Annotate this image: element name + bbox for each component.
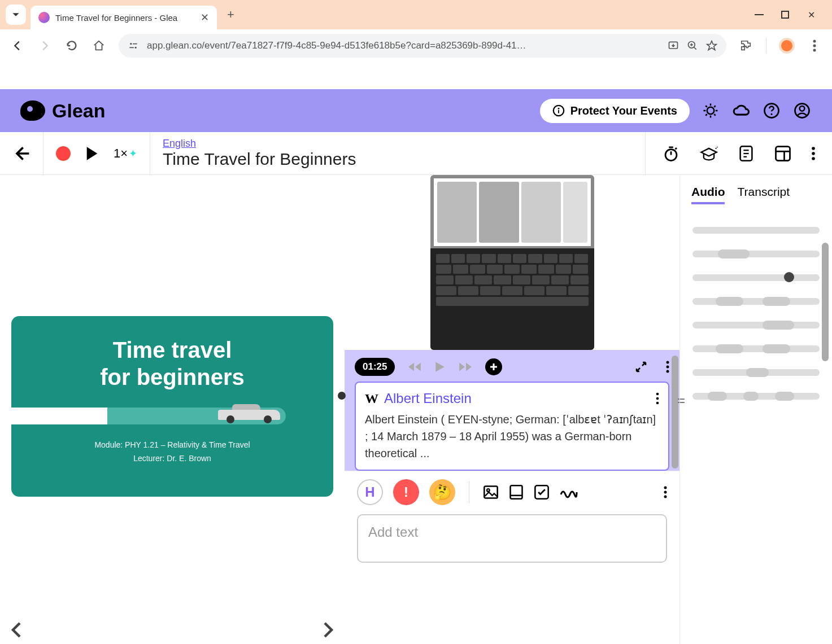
svg-point-45 [656,402,659,405]
wiki-card-menu-icon[interactable] [656,392,659,405]
scribble-icon[interactable] [560,485,578,499]
important-button[interactable]: ! [393,479,419,505]
svg-point-43 [656,393,659,396]
tab-title: Time Travel for Beginners - Glea [55,13,195,23]
cloud-sync-icon[interactable] [731,101,751,120]
card-timestamp[interactable]: 01:25 [355,358,395,376]
review-button[interactable]: 🤔 [429,479,455,505]
transcription-language-link[interactable]: English [163,138,633,150]
tab-audio[interactable]: Audio [691,185,725,204]
browser-tab[interactable]: Time Travel for Beginners - Glea ✕ [31,6,217,29]
svg-rect-46 [484,487,497,498]
compose-menu-icon[interactable] [664,485,667,499]
notes-icon[interactable] [738,145,754,162]
svg-rect-13 [558,110,559,113]
help-icon[interactable] [762,101,781,120]
new-tab-button[interactable]: + [221,7,240,22]
record-button[interactable] [56,146,71,161]
minimize-icon[interactable] [754,10,764,20]
tab-search-dropdown[interactable] [6,5,26,25]
svg-point-9 [813,45,816,47]
expand-icon[interactable] [634,360,648,374]
scrollbar-thumb[interactable] [672,356,678,468]
close-tab-icon[interactable]: ✕ [201,11,209,24]
svg-point-39 [812,157,815,160]
svg-line-20 [714,114,716,116]
playback-speed-button[interactable]: 1×✦ [114,146,137,161]
study-icon[interactable] [700,145,718,162]
back-icon[interactable] [10,38,25,53]
layout-icon[interactable] [774,145,791,162]
svg-point-4 [135,47,137,49]
compose-bar: H ! 🤔 Add text [345,471,679,571]
audio-timeline[interactable] [691,221,821,405]
zoom-icon[interactable] [687,40,698,51]
card-marker-icon [338,392,346,400]
close-window-icon[interactable]: ✕ [806,10,816,20]
browser-menu-icon[interactable] [807,38,822,53]
maximize-icon[interactable] [780,10,790,20]
next-slide-icon[interactable] [323,621,333,638]
url-text: app.glean.co/event/7ea71827-f7f9-4c85-9e… [147,40,660,51]
svg-rect-0 [755,14,764,15]
svg-point-41 [667,366,669,369]
app-header: Glean Protect Your Events [0,89,832,132]
svg-line-19 [705,106,707,107]
forward-icon[interactable] [37,38,52,53]
svg-point-2 [130,43,132,45]
install-app-icon[interactable] [668,40,679,51]
bookmark-icon[interactable] [706,40,717,51]
svg-point-40 [667,361,669,364]
svg-point-47 [487,489,490,492]
slides-pane: Time travelfor beginners Module: PHY 1.2… [0,175,345,644]
svg-point-52 [664,491,667,494]
sparkle-icon: ✦ [129,147,137,160]
browser-tab-bar: Time Travel for Beginners - Glea ✕ + ✕ [0,0,832,29]
add-text-input[interactable]: Add text [357,514,667,563]
wikipedia-card[interactable]: W Albert Einstein Albert Einstein ( EYEN… [355,382,669,471]
card-menu-icon[interactable] [666,360,669,374]
svg-point-53 [664,496,667,498]
profile-avatar-icon[interactable] [779,38,795,54]
svg-point-42 [667,370,669,373]
glean-logo[interactable]: Glean [20,100,105,122]
browser-nav-bar: app.glean.co/event/7ea71827-f7f9-4c85-9e… [0,29,832,62]
slide-card[interactable]: Time travelfor beginners Module: PHY 1.2… [11,316,333,497]
protect-events-button[interactable]: Protect Your Events [540,99,690,123]
book-icon[interactable] [509,484,524,500]
logo-text: Glean [52,100,105,122]
rewind-icon[interactable] [407,361,422,373]
event-toolbar: 1×✦ English Time Travel for Beginners [0,132,832,175]
task-icon[interactable] [534,484,550,500]
theme-icon[interactable] [701,101,720,120]
tab-transcript[interactable]: Transcript [737,185,790,204]
attached-photo[interactable] [430,175,594,350]
svg-point-14 [707,107,715,115]
back-button[interactable] [12,144,31,163]
timer-icon[interactable] [663,145,679,162]
heading-button[interactable]: H [357,479,383,505]
prev-slide-icon[interactable] [11,621,21,638]
wiki-title-link[interactable]: Albert Einstein [384,391,472,406]
svg-point-38 [812,152,815,155]
add-card-icon[interactable] [485,358,502,375]
address-bar[interactable]: app.glean.co/event/7ea71827-f7f9-4c85-9e… [119,34,726,58]
play-button[interactable] [85,146,99,161]
svg-point-10 [813,49,816,52]
right-scrollbar-thumb[interactable] [822,243,829,361]
site-settings-icon[interactable] [128,40,139,51]
divider [469,481,469,503]
home-icon[interactable] [92,38,106,53]
image-icon[interactable] [483,484,499,500]
fast-forward-icon[interactable] [458,361,473,373]
svg-point-51 [664,487,667,489]
account-icon[interactable] [792,101,812,120]
slide-illustration [25,402,320,436]
event-title: Time Travel for Beginners [163,150,633,169]
reload-icon[interactable] [64,38,79,53]
more-menu-icon[interactable] [812,146,815,161]
wikipedia-icon: W [365,391,378,406]
wiki-body-text: Albert Einstein ( EYEN-styne; German: [ˈ… [365,411,659,462]
extensions-icon[interactable] [739,38,753,53]
card-play-icon[interactable] [434,361,446,373]
